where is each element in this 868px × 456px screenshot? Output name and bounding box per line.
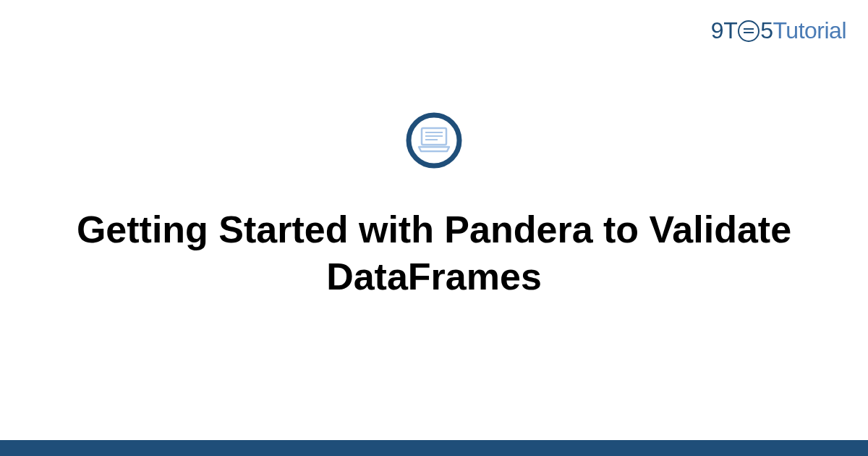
footer-bar xyxy=(0,440,868,456)
laptop-icon xyxy=(406,112,462,172)
page-title: Getting Started with Pandera to Validate… xyxy=(72,206,796,300)
logo-text-9t: 9T xyxy=(711,17,737,44)
logo-text-5: 5 xyxy=(760,17,773,44)
logo-text-tutorial: Tutorial xyxy=(773,17,846,44)
logo-circle-icon xyxy=(738,20,760,42)
site-logo: 9T 5 Tutorial xyxy=(711,17,846,44)
main-content: Getting Started with Pandera to Validate… xyxy=(0,0,868,456)
